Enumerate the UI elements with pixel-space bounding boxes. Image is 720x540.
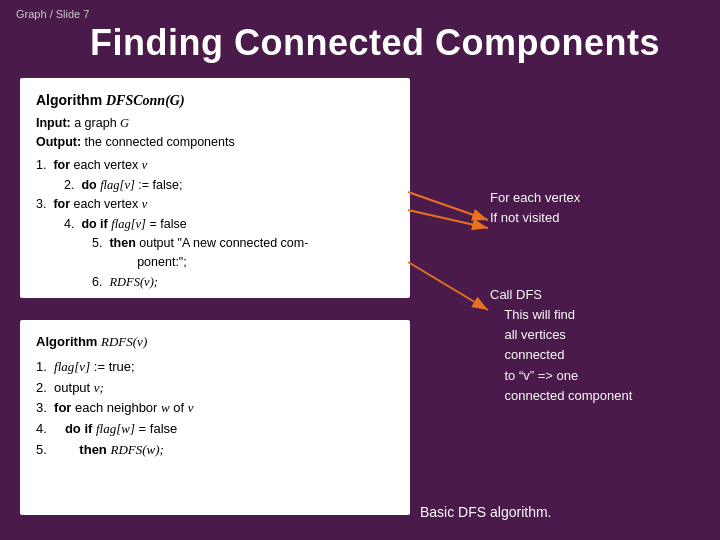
algo-top-output: Output: the connected components: [36, 133, 394, 152]
breadcrumb: Graph / Slide 7: [16, 8, 89, 20]
callout-this-will-find: This will find: [504, 307, 575, 322]
algo-line-6: 6. RDFS(v);: [92, 273, 394, 292]
algo-box-dfsconn: Algorithm DFSConn(G) Input: a graph G Ou…: [20, 78, 410, 298]
algo-line-5: 5. then output "A new connected com- pon…: [92, 234, 394, 273]
arrow-line3: [408, 192, 488, 220]
arrow-line6: [408, 262, 488, 310]
arrow-line4: [408, 210, 488, 228]
callout-to-v: to “v” => one: [504, 368, 578, 383]
callout-one-component: connected component: [504, 388, 632, 403]
rdfs-line-4: 4. do if flag[w] = false: [36, 419, 394, 440]
algo-top-title: Algorithm DFSConn(G): [36, 90, 394, 112]
rdfs-line-1: 1. flag[v] := true;: [36, 357, 394, 378]
callout-top-line1: For each vertex: [490, 190, 580, 205]
page-title: Finding Connected Components: [90, 22, 660, 64]
callout-call-dfs: Call DFS This will find all vertices con…: [490, 285, 710, 406]
rdfs-line-5: 5. then RDFS(w);: [36, 440, 394, 461]
algo-line-4: 4. do if flag[v] = false: [64, 215, 394, 234]
algo-line-3: 3. for each vertex v: [36, 195, 394, 214]
algo-bottom-title: Algorithm RDFS(v): [36, 332, 394, 353]
callout-for-each-vertex: For each vertex If not visited: [490, 188, 700, 227]
rdfs-line-3: 3. for each neighbor w of v: [36, 398, 394, 419]
algo-line-2: 2. do flag[v] := false;: [64, 176, 394, 195]
algo-line-1: 1. for each vertex v: [36, 156, 394, 175]
algo-box-rdfs: Algorithm RDFS(v) 1. flag[v] := true; 2.…: [20, 320, 410, 515]
rdfs-line-2: 2. output v;: [36, 378, 394, 399]
callout-all-vertices: all vertices: [504, 327, 565, 342]
algo-top-input: Input: a graph G: [36, 114, 394, 133]
callout-connected: connected: [504, 347, 564, 362]
callout-top-line2: If not visited: [490, 210, 559, 225]
callout-call-dfs-label: Call DFS: [490, 287, 542, 302]
basic-dfs-label: Basic DFS algorithm.: [420, 504, 551, 520]
